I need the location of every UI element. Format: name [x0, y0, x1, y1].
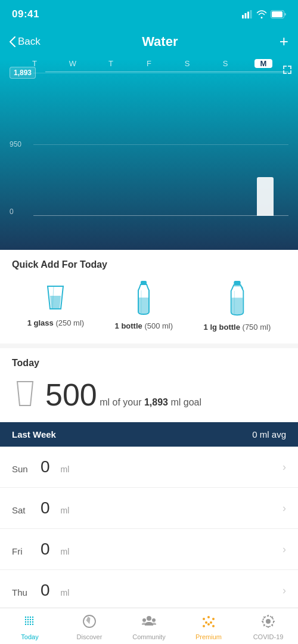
- svg-point-12: [25, 617, 26, 618]
- today-unit: ml goal: [170, 397, 201, 407]
- glass-icon: [43, 284, 68, 314]
- tab-discover[interactable]: Discover: [60, 614, 119, 640]
- status-icons: [242, 10, 286, 18]
- tab-today[interactable]: Today: [0, 614, 60, 640]
- day-f: F: [140, 59, 158, 68]
- quick-add-section: Quick Add For Today 1 glass (250 ml): [0, 250, 298, 343]
- tab-discover-label: Discover: [77, 633, 103, 640]
- svg-point-24: [25, 624, 26, 625]
- svg-point-26: [30, 624, 31, 625]
- tab-today-label: Today: [21, 633, 38, 640]
- tab-premium-label: Premium: [195, 633, 222, 640]
- page-title: Water: [142, 34, 178, 49]
- chart-container: T W T F S S M 1,893 950 0: [0, 59, 298, 250]
- svg-point-37: [210, 621, 212, 624]
- tab-community[interactable]: Community: [119, 614, 179, 640]
- today-tab-icon: [23, 614, 37, 631]
- quick-add-glass-label: 1 glass (250 ml): [27, 318, 84, 327]
- svg-point-17: [27, 619, 29, 620]
- header: Back Water +: [0, 26, 298, 59]
- day-row-left-sat: Sat 0 ml: [12, 499, 69, 518]
- day-unit-fri: ml: [61, 547, 70, 556]
- svg-point-39: [207, 623, 210, 626]
- today-wrapper: Today 500 ml of your 1,893 ml goal: [0, 348, 298, 422]
- quick-add-lg-bottle-label: 1 lg bottle (750 ml): [204, 323, 271, 332]
- svg-point-30: [147, 616, 151, 621]
- svg-point-27: [32, 624, 33, 625]
- tab-community-label: Community: [132, 633, 166, 640]
- chevron-right-fri: ›: [283, 543, 286, 556]
- today-label: Today: [12, 358, 39, 369]
- day-s1: S: [178, 59, 196, 68]
- chart-body: 1,893 950 0: [10, 73, 288, 216]
- today-amount: 500: [45, 377, 97, 412]
- today-description: ml of your: [100, 397, 141, 407]
- svg-rect-9: [234, 281, 240, 285]
- svg-point-20: [25, 621, 26, 623]
- svg-point-22: [30, 621, 31, 623]
- day-row-thu[interactable]: Thu 0 ml ›: [0, 570, 298, 611]
- day-row-sat[interactable]: Sat 0 ml ›: [0, 488, 298, 529]
- last-week-header: Last Week 0 ml avg: [0, 422, 298, 447]
- chevron-right-sat: ›: [283, 502, 286, 515]
- day-row-fri[interactable]: Fri 0 ml ›: [0, 529, 298, 570]
- day-name-sat: Sat: [12, 505, 31, 515]
- svg-point-35: [212, 618, 215, 620]
- day-name-fri: Fri: [12, 546, 31, 556]
- signal-icon: [242, 10, 253, 18]
- content: Quick Add For Today 1 glass (250 ml): [0, 250, 298, 644]
- day-amount-thu: 0: [41, 581, 50, 600]
- day-rows: Sun 0 ml › Sat 0 ml › Fri 0 ml › Thu: [0, 447, 298, 611]
- community-tab-icon: [141, 614, 157, 631]
- day-w: W: [64, 59, 82, 68]
- quick-add-glass[interactable]: 1 glass (250 ml): [27, 284, 84, 327]
- add-button[interactable]: +: [280, 32, 288, 51]
- svg-point-21: [27, 621, 29, 623]
- svg-point-16: [25, 619, 26, 620]
- chevron-right-thu: ›: [283, 584, 286, 597]
- svg-point-15: [32, 617, 33, 618]
- quick-add-lg-bottle[interactable]: 1 lg bottle (750 ml): [204, 280, 271, 332]
- svg-point-25: [27, 624, 29, 625]
- goal-indicator: 1,893: [10, 67, 36, 79]
- tab-covid[interactable]: COVID-19: [238, 614, 298, 640]
- svg-point-31: [142, 618, 146, 622]
- tab-covid-label: COVID-19: [253, 633, 284, 640]
- svg-point-40: [212, 625, 215, 627]
- svg-point-32: [152, 618, 156, 622]
- day-unit-sun: ml: [61, 465, 70, 474]
- day-m: M: [254, 59, 272, 68]
- day-name-thu: Thu: [12, 587, 31, 597]
- back-label: Back: [18, 36, 41, 48]
- day-amount-fri: 0: [41, 540, 50, 559]
- svg-point-14: [30, 617, 31, 618]
- svg-point-33: [203, 618, 205, 620]
- svg-point-13: [27, 617, 29, 618]
- today-glass-icon: [12, 379, 38, 410]
- day-row-left-fri: Fri 0 ml: [12, 540, 69, 559]
- bottle-icon: [135, 281, 152, 317]
- day-row-sun[interactable]: Sun 0 ml ›: [0, 447, 298, 488]
- bars-container: [33, 73, 288, 216]
- today-summary: 500 ml of your 1,893 ml goal: [45, 379, 201, 410]
- svg-point-41: [266, 619, 271, 624]
- goal-line: [45, 72, 288, 72]
- back-button[interactable]: Back: [10, 36, 41, 48]
- status-time: 09:41: [12, 8, 39, 20]
- svg-marker-29: [85, 616, 93, 624]
- day-unit-sat: ml: [61, 506, 70, 515]
- wifi-icon: [256, 10, 267, 18]
- quick-add-bottle[interactable]: 1 bottle (500 ml): [115, 281, 173, 330]
- svg-point-38: [203, 625, 205, 627]
- day-labels: T W T F S S M: [10, 59, 288, 68]
- svg-rect-5: [272, 11, 283, 17]
- covid-tab-icon: [261, 614, 275, 631]
- y-label-mid: 950: [10, 140, 21, 148]
- bar-m: [257, 177, 274, 216]
- status-bar: 09:41: [0, 0, 298, 26]
- last-week-avg: 0 ml avg: [252, 429, 286, 439]
- tab-premium[interactable]: Premium: [179, 614, 238, 640]
- lg-bottle-icon: [228, 280, 246, 318]
- day-row-left-thu: Thu 0 ml: [12, 581, 69, 600]
- day-name-sun: Sun: [12, 464, 31, 474]
